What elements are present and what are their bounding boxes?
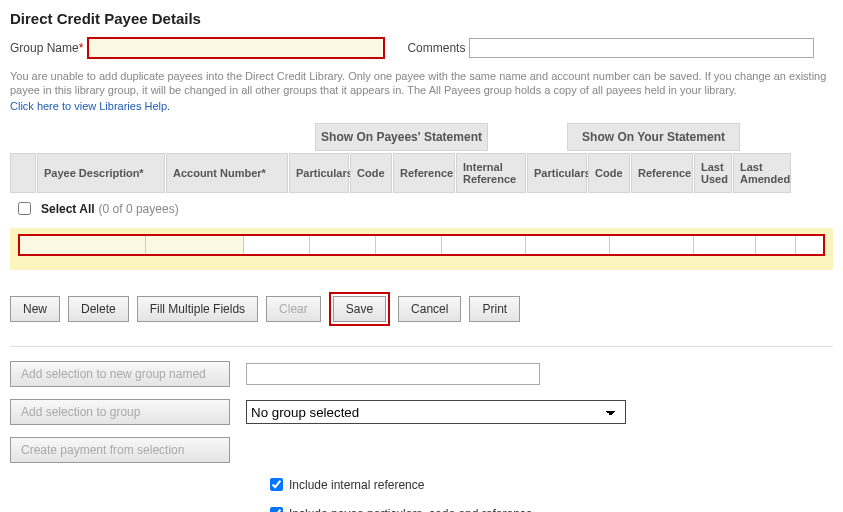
col-header-account-no: Account Number* [166, 153, 288, 193]
include-internal-ref-checkbox[interactable] [270, 478, 283, 491]
col-header-payee-desc: Payee Description* [37, 153, 165, 193]
help-link[interactable]: Click here to view Libraries Help. [10, 100, 170, 112]
table-row[interactable] [18, 234, 825, 256]
comments-label: Comments [407, 41, 465, 55]
info-text: You are unable to add duplicate payees i… [10, 69, 833, 97]
fill-multiple-button[interactable]: Fill Multiple Fields [137, 296, 258, 322]
cell-last-used [756, 236, 796, 254]
cell-internal-ref[interactable] [442, 236, 526, 254]
col-header-code-2: Code [588, 153, 630, 193]
save-button[interactable]: Save [333, 296, 386, 322]
col-header-particulars-2: Particulars [527, 153, 587, 193]
include-payee-part-label: Include payee particulars, code and refe… [289, 507, 533, 513]
cell-code[interactable] [310, 236, 376, 254]
col-header-code: Code [350, 153, 392, 193]
cell-code-2[interactable] [610, 236, 694, 254]
cell-reference-2[interactable] [694, 236, 756, 254]
print-button[interactable]: Print [469, 296, 520, 322]
cell-reference[interactable] [376, 236, 442, 254]
cell-particulars-2[interactable] [526, 236, 610, 254]
col-header-reference: Reference [393, 153, 455, 193]
comments-input[interactable] [469, 38, 814, 58]
clear-button: Clear [266, 296, 321, 322]
add-selection-new-group-button: Add selection to new group named [10, 361, 230, 387]
new-group-name-input[interactable] [246, 363, 540, 385]
delete-button[interactable]: Delete [68, 296, 129, 322]
col-header-last-used: Last Used [694, 153, 732, 193]
create-payment-button: Create payment from selection [10, 437, 230, 463]
group-header-your: Show On Your Statement [567, 123, 740, 151]
cancel-button[interactable]: Cancel [398, 296, 461, 322]
select-all-label: Select All [41, 202, 95, 216]
new-button[interactable]: New [10, 296, 60, 322]
cell-last-amended [796, 236, 823, 254]
page-title: Direct Credit Payee Details [10, 10, 833, 27]
add-selection-to-group-button: Add selection to group [10, 399, 230, 425]
col-header-reference-2: Reference [631, 153, 693, 193]
col-header-last-amended: Last Amended [733, 153, 791, 193]
col-header-particulars: Particulars [289, 153, 349, 193]
col-header-checkbox [10, 153, 36, 193]
group-header-payees: Show On Payees' Statement [315, 123, 488, 151]
select-all-checkbox[interactable] [18, 202, 31, 215]
group-name-label: Group Name* [10, 41, 83, 55]
select-all-counter: (0 of 0 payees) [99, 202, 179, 216]
col-header-internal-ref: Internal Reference [456, 153, 526, 193]
cell-account-no[interactable] [146, 236, 244, 254]
cell-particulars[interactable] [244, 236, 310, 254]
group-name-input[interactable] [87, 37, 385, 59]
cell-payee-desc[interactable] [20, 236, 146, 254]
include-payee-part-checkbox[interactable] [270, 507, 283, 512]
group-select[interactable]: No group selected [246, 400, 626, 424]
include-internal-ref-label: Include internal reference [289, 478, 424, 492]
